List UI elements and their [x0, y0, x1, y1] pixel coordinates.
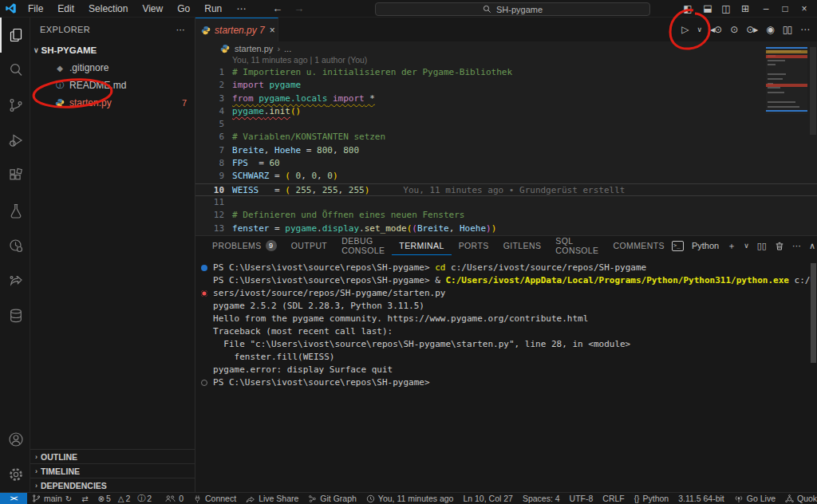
panel-tab-terminal[interactable]: TERMINAL — [392, 236, 451, 255]
editor-actions: ▷∨◂⊙⊙⊙▸◉▯▯⋯ — [681, 18, 817, 41]
menu-edit[interactable]: Edit — [50, 0, 81, 18]
terminal-scrollbar[interactable] — [811, 263, 816, 363]
line-number: 5 — [195, 118, 224, 131]
panel-tab-sql-console[interactable]: SQL CONSOLE — [548, 236, 606, 255]
account-icon[interactable] — [0, 422, 30, 457]
menu-selection[interactable]: Selection — [81, 0, 135, 18]
menu-go[interactable]: Go — [170, 0, 197, 18]
close-icon[interactable]: × — [795, 0, 814, 18]
database-icon[interactable] — [0, 298, 30, 333]
vscode-logo-icon[interactable] — [0, 2, 21, 14]
breadcrumb[interactable]: starten.py › ... — [195, 41, 817, 55]
forward-icon[interactable]: → — [294, 2, 304, 14]
panel-more-icon[interactable]: ⋯ — [792, 241, 801, 251]
terminal-line-1: PS C:\Users\ivost\source\repos\SH-pygame… — [195, 262, 817, 274]
back-icon[interactable]: ← — [272, 2, 282, 14]
terminal-shell-label[interactable]: Python — [692, 241, 719, 250]
section-outline[interactable]: ›OUTLINE — [30, 449, 195, 463]
toggle-secondary-sidebar-icon[interactable]: ◫ — [716, 0, 736, 18]
indentation[interactable]: Spaces: 4 — [518, 493, 565, 504]
editor-scrollbar[interactable] — [810, 47, 816, 135]
code-text — [224, 196, 232, 209]
quokka[interactable]: Quokka — [780, 493, 817, 504]
terminal-line-4: pygame 2.5.2 (SDL 2.28.3, Python 3.11.5) — [195, 300, 817, 313]
explorer-more-icon[interactable]: ⋯ — [176, 25, 185, 35]
title-bar: FileEditSelectionViewGoRun⋯ ← → SH-pygam… — [0, 0, 817, 18]
command-center-search[interactable]: SH-pygame — [375, 2, 650, 16]
git-graph[interactable]: Git Graph — [303, 493, 361, 504]
minimize-icon[interactable]: – — [756, 0, 776, 18]
maximize-icon[interactable]: □ — [776, 0, 795, 18]
sql-connect[interactable]: Connect — [188, 493, 241, 504]
toggle-sidebar-icon[interactable]: ◧ — [678, 0, 697, 18]
terminal-line-5: Hello from the pygame community. https:/… — [195, 313, 817, 325]
customize-layout-icon[interactable]: ⊞ — [736, 0, 755, 18]
code-text: # Variablen/KONSTANTEN setzen — [224, 131, 385, 144]
split-terminal-icon[interactable]: ▯▯ — [757, 241, 767, 251]
go-live[interactable]: Go Live — [729, 493, 780, 504]
history-icon[interactable] — [0, 228, 30, 263]
remote-indicator[interactable]: >< — [0, 493, 27, 504]
python-interpreter[interactable]: 3.11.5 64-bit — [673, 493, 729, 504]
git-compare[interactable]: ⇄ — [77, 493, 93, 504]
section-dependencies[interactable]: ›DEPENDENCIES — [30, 478, 195, 492]
encoding[interactable]: UTF-8 — [565, 493, 598, 504]
cursor-position[interactable]: Ln 10, Col 27 — [458, 493, 517, 504]
tab-close-icon[interactable]: × — [270, 25, 275, 36]
python-file-icon — [201, 26, 211, 35]
source-control-icon[interactable] — [0, 88, 30, 123]
file-README.md[interactable]: ⓘREADME.md — [30, 77, 195, 94]
menu-run[interactable]: Run — [197, 0, 229, 18]
code-editor[interactable]: 1# Importieren u. initialisieren der Pyg… — [195, 66, 817, 235]
live-share-icon[interactable] — [0, 263, 30, 298]
tree-root-folder[interactable]: ∨ SH-PYGAME — [30, 41, 195, 59]
code-text: FPS = 60 — [224, 157, 280, 170]
panel-tab-gitlens[interactable]: GITLENS — [496, 236, 549, 255]
more-actions-icon[interactable]: ⋯ — [800, 24, 809, 35]
problems-summary[interactable]: ⊗5△2ⓘ2 — [93, 493, 161, 504]
maximize-panel-icon[interactable]: ∧ — [809, 241, 815, 251]
menu-file[interactable]: File — [21, 0, 50, 18]
file-starten.py[interactable]: starten.py7 — [30, 94, 195, 112]
panel-tab-comments[interactable]: COMMENTS — [606, 236, 672, 255]
file-.gitignore[interactable]: ◆.gitignore — [30, 59, 195, 77]
gitlens-authors-lens[interactable]: You, 11 minutes ago | 1 author (You) — [195, 55, 817, 66]
run-or-debug-icon[interactable]: ◉ — [766, 24, 773, 35]
panel-tab-problems[interactable]: PROBLEMS9 — [205, 236, 284, 255]
live-share[interactable]: Live Share — [241, 493, 303, 504]
panel-tab-debug-console[interactable]: DEBUG CONSOLE — [334, 236, 392, 255]
compare-changes-icon[interactable]: ⊙ — [730, 24, 737, 35]
toggle-panel-icon[interactable]: ◧ — [697, 0, 716, 18]
search-icon[interactable] — [0, 53, 30, 88]
terminal-line-6: Traceback (most recent call last): — [195, 325, 817, 338]
git-branch[interactable]: main↻ — [27, 493, 77, 504]
testing-icon[interactable] — [0, 193, 30, 228]
split-editor-icon[interactable]: ▯▯ — [783, 24, 791, 35]
menu-⋯[interactable]: ⋯ — [229, 0, 253, 18]
eol-sequence[interactable]: CRLF — [598, 493, 629, 504]
explorer-icon[interactable] — [0, 18, 30, 53]
live-share-contacts[interactable]: 0 — [160, 493, 188, 504]
run-button[interactable]: ▷ — [681, 24, 688, 35]
kill-terminal-icon[interactable] — [775, 241, 784, 251]
run-dropdown-icon[interactable]: ∨ — [697, 26, 701, 33]
section-timeline[interactable]: ›TIMELINE — [30, 463, 195, 478]
terminal-dropdown-icon[interactable]: ∨ — [744, 242, 749, 250]
panel-tab-ports[interactable]: PORTS — [452, 236, 496, 255]
menu-view[interactable]: View — [135, 0, 170, 18]
new-terminal-icon[interactable]: ＋ — [727, 240, 736, 252]
language-mode[interactable]: {}Python — [630, 493, 673, 504]
settings-icon[interactable] — [0, 457, 30, 492]
minimap[interactable] — [766, 47, 807, 114]
terminal-output[interactable]: PS C:\Users\ivost\source\repos\SH-pygame… — [195, 255, 817, 492]
code-text: # Definieren und Öffnen eines neuen Fens… — [224, 209, 464, 222]
line-number: 1 — [195, 66, 224, 79]
previous-change-icon[interactable]: ◂⊙ — [710, 24, 721, 35]
panel-tab-output[interactable]: OUTPUT — [284, 236, 335, 255]
gitlens-blame[interactable]: You, 11 minutes ago — [361, 493, 459, 504]
tab-starten-py[interactable]: starten.py 7 × — [195, 18, 278, 41]
extensions-icon[interactable] — [0, 158, 30, 193]
run-debug-icon[interactable] — [0, 123, 30, 158]
next-change-icon[interactable]: ⊙▸ — [746, 24, 757, 35]
code-line-10: 10WEISS = ( 255, 255, 255)You, 11 minute… — [195, 183, 817, 196]
